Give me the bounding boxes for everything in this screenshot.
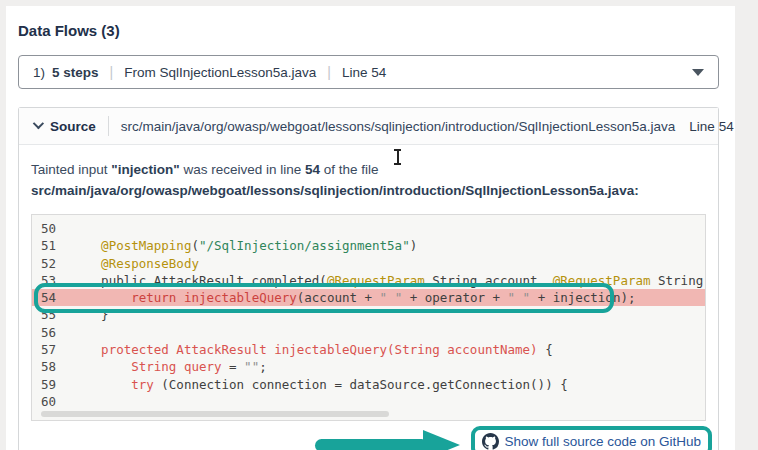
code-text: @ResponseBody [65, 255, 199, 272]
line-number: 53 [32, 272, 65, 289]
code-line: 51 @PostMapping("/SqlInjection/assignmen… [32, 237, 705, 254]
annotation-arrow [315, 430, 460, 450]
chevron-down-icon [692, 69, 704, 76]
source-panel-body: Tainted input "injection" was received i… [19, 145, 718, 450]
page-title: Data Flows (3) [18, 22, 719, 39]
code-text: String query = ""; [65, 358, 267, 375]
source-panel-header[interactable]: Source src/main/java/org/owasp/webgoat/l… [19, 108, 718, 145]
line-number: 57 [32, 341, 65, 358]
source-file-path: src/main/java/org/owasp/webgoat/lessons/… [121, 119, 676, 134]
line-number: 50 [32, 220, 65, 237]
code-line: 56 [32, 324, 705, 341]
code-line: 59 try (Connection connection = dataSour… [32, 376, 705, 393]
code-text: protected AttackResult injectableQuery(S… [65, 341, 553, 358]
line-number: 58 [32, 358, 65, 375]
flow-from-file: From SqlInjectionLesson5a.java [124, 65, 316, 80]
code-text: return injectableQuery(account + " " + o… [65, 289, 635, 306]
description-text: of the file [320, 162, 379, 177]
separator: | [99, 64, 125, 80]
code-text [65, 393, 71, 410]
code-line: 60 [32, 393, 705, 410]
separator: | [316, 64, 342, 80]
divider [108, 116, 109, 136]
line-number: 52 [32, 255, 65, 272]
line-number: 56 [32, 324, 65, 341]
line-number: 51 [32, 237, 65, 254]
code-text: try (Connection connection = dataSource.… [65, 376, 568, 393]
annotation-arrow-shaft [315, 439, 428, 450]
flow-steps-count: 5 steps [52, 65, 99, 80]
code-line: 55 } [32, 306, 705, 323]
annotation-arrow-head [423, 430, 460, 450]
code-line: 50 [32, 220, 705, 237]
flow-index: 1) [33, 65, 45, 80]
code-text: @PostMapping("/SqlInjection/assignment5a… [65, 237, 417, 254]
source-panel: Source src/main/java/org/owasp/webgoat/l… [18, 107, 719, 450]
code-text: public AttackResult completed(@RequestPa… [65, 272, 706, 289]
file-path-bold: src/main/java/org/owasp/webgoat/lessons/… [31, 183, 634, 198]
code-text: } [65, 306, 109, 323]
code-line: 53 public AttackResult completed(@Reques… [32, 272, 705, 289]
code-line: 58 String query = ""; [32, 358, 705, 375]
taint-description: Tainted input "injection" was received i… [31, 159, 706, 201]
code-line: 52 @ResponseBody [32, 255, 705, 272]
flow-line: Line 54 [342, 65, 386, 80]
tainted-variable: "injection" [111, 162, 179, 177]
github-octocat-icon [482, 433, 499, 450]
line-number: 55 [32, 306, 65, 323]
horizontal-scrollbar[interactable] [41, 411, 389, 417]
code-snippet: 5051 @PostMapping("/SqlInjection/assignm… [31, 214, 706, 421]
data-flows-panel: Data Flows (3) 1) 5 steps | From SqlInje… [6, 6, 735, 450]
github-link-label: Show full source code on GitHub [504, 434, 701, 449]
description-text: : [634, 183, 639, 198]
description-text: Tainted input [31, 162, 111, 177]
description-text: was received in line [180, 162, 305, 177]
source-panel-title: Source [50, 119, 96, 134]
annotation-box-github-link: Show full source code on GitHub [471, 426, 712, 450]
line-number: 54 [32, 289, 65, 306]
code-line: 57 protected AttackResult injectableQuer… [32, 341, 705, 358]
show-source-github-link[interactable]: Show full source code on GitHub [482, 433, 701, 450]
source-line-label: Line 54 [689, 119, 733, 134]
line-number: 59 [32, 376, 65, 393]
line-number: 60 [32, 393, 65, 410]
code-line-highlighted: 54 return injectableQuery(account + " " … [32, 289, 705, 306]
data-flow-selector[interactable]: 1) 5 steps | From SqlInjectionLesson5a.j… [18, 55, 719, 89]
code-footer: Show full source code on GitHub [31, 426, 706, 450]
code-lines: 5051 @PostMapping("/SqlInjection/assignm… [32, 220, 705, 410]
chevron-down-icon [33, 117, 44, 128]
code-text [65, 220, 71, 237]
code-text [65, 324, 71, 341]
line-number-bold: 54 [305, 162, 320, 177]
